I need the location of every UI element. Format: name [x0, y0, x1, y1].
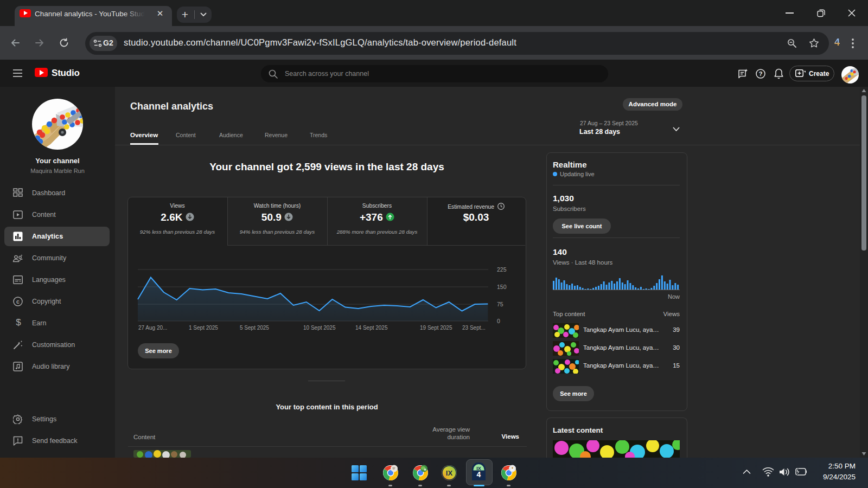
svg-text:4: 4: [477, 470, 481, 479]
svg-text:IX: IX: [446, 469, 453, 477]
svg-text:c: c: [16, 298, 20, 305]
svg-text:?: ?: [759, 70, 763, 77]
